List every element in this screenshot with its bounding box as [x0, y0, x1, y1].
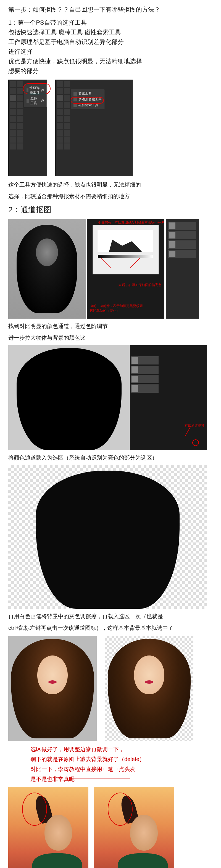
silhouette-canvas — [8, 345, 130, 450]
ps-side-panels: 右键通道即可 — [130, 345, 207, 450]
sunset-portrait-left — [8, 787, 88, 868]
caption-text: 将颜色通道载入为选区（系统自动识别为亮色的部分为选区） — [8, 454, 213, 462]
annotation-text: 向后，右滑加深前面的偏亮色 — [119, 283, 162, 287]
compare-caption: 对比一下，李涛教程中直接用画笔画点头发 — [30, 765, 213, 773]
ps-toolbar-quickselect: 快速选择工具 W 魔棒工具 W — [8, 80, 47, 176]
red-highlight — [108, 793, 133, 826]
method1-line: 工作原理都是基于电脑自动识别差异化部分 — [8, 37, 213, 46]
step-title: 第一步：如何抠图？？自己回想一下有哪些抠图的方法？ — [8, 5, 213, 14]
caption-text: 再用白色画笔将背景中的灰色调擦擦，再载入选区一次（也就是 — [8, 612, 213, 620]
annotation-text: 右键通道即可 — [185, 423, 204, 428]
red-highlight — [71, 97, 104, 104]
silhouette-screenshot: 右键通道即可 — [8, 345, 213, 450]
caption-text: ctrl+鼠标左键再点击一次该通道图标），这样基本背景基本就选中了 — [8, 624, 213, 632]
portrait-bw — [8, 219, 86, 319]
color-portrait-comparison — [8, 636, 213, 741]
red-arrow — [130, 258, 140, 268]
portrait-original — [8, 636, 97, 741]
summary-text: 选择，比较适合那种海报素材不需要精细扣的地方 — [8, 192, 213, 200]
toolbar-screenshots: 快速选择工具 W 魔棒工具 W 套索工具 多边形套索工具 磁性套 — [8, 80, 213, 176]
method1-line: 进行选择 — [8, 47, 213, 56]
flyout-label: 套索工具 — [78, 91, 92, 96]
ps-toolbar-lasso: 套索工具 多边形套索工具 磁性套索工具 — [55, 80, 133, 176]
flyout-label: 魔棒工具 — [30, 96, 40, 105]
annotation-text: 向前，向前滑，表示加深更黑要求强选区就做的（差化） — [90, 304, 145, 313]
lasso-icon — [73, 92, 77, 96]
compare-caption: 是不是也非常真呢 — [30, 775, 213, 783]
final-caption: 剩下的就是在原图上减去背景就好了（delete） — [30, 755, 213, 763]
sunset-portrait-right — [94, 787, 174, 868]
method1-title: 1：第一个PS自带的选择工具 — [8, 18, 213, 27]
silhouette-transparent — [8, 465, 207, 609]
red-underline — [69, 778, 130, 778]
method1-line: 想要的部分 — [8, 66, 213, 75]
ps-channels-panel — [166, 219, 199, 319]
final-caption: 选区做好了，用调整边缘再微调一下， — [30, 745, 213, 753]
levels-dialog — [93, 225, 159, 274]
red-highlight — [22, 793, 47, 826]
flyout-key: W — [41, 99, 44, 103]
histogram — [98, 230, 153, 252]
caption-text: 进一步拉大物体与背景的颜色比 — [8, 334, 213, 342]
sunset-comparison — [8, 787, 213, 868]
method1-line: 包括快速选择工具 魔棒工具 磁性套索工具 — [8, 28, 213, 37]
channel-levels-screenshot: 中间部分，不认真调成灰别就看不出这个分界点 向后，右滑加深前面的偏亮色 向前，向… — [8, 219, 213, 319]
red-arrow — [101, 258, 111, 268]
section2-title: 2：通道抠图 — [8, 205, 213, 215]
summary-text: 这个工具方便快速的选择，缺点也很明显，无法精细的 — [8, 181, 213, 189]
wand-icon — [27, 99, 29, 103]
portrait-extracted — [105, 636, 193, 741]
caption-text: 找到对比明显的颜色通道，通过色阶调节 — [8, 322, 213, 330]
red-highlight — [192, 439, 199, 446]
method1-line: 优点是方便快捷，缺点也很明显，无法精细地选择 — [8, 57, 213, 66]
levels-panel: 中间部分，不认真调成灰别就看不出这个分界点 向后，右滑加深前面的偏亮色 向前，向… — [87, 219, 164, 319]
red-highlight — [23, 83, 51, 94]
magnetic-lasso-icon — [73, 103, 77, 107]
levels-slider — [98, 255, 153, 258]
